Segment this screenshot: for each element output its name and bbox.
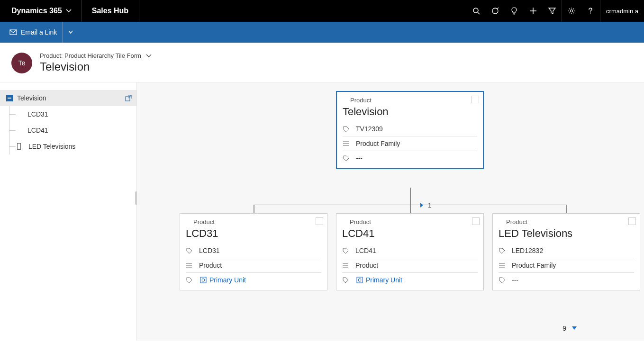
open-record[interactable] bbox=[124, 94, 133, 102]
tile-entity-label: Product bbox=[343, 97, 477, 104]
tile-type-field: Product Family bbox=[499, 258, 634, 273]
filter-button[interactable] bbox=[543, 0, 562, 22]
tile-select[interactable] bbox=[472, 217, 480, 225]
tile-code-value: TV12309 bbox=[356, 125, 477, 133]
lookup-icon bbox=[355, 277, 364, 283]
command-bar: Email a Link bbox=[0, 22, 644, 43]
list-icon bbox=[342, 262, 355, 269]
email-link-button[interactable]: Email a Link bbox=[6, 22, 61, 43]
tile-title: LCD41 bbox=[342, 227, 478, 240]
tile-entity-label: Product bbox=[342, 218, 478, 226]
svg-point-21 bbox=[358, 279, 361, 281]
tile-unit-field: Primary Unit bbox=[186, 273, 321, 287]
lightbulb-icon bbox=[510, 7, 518, 15]
search-button[interactable] bbox=[467, 0, 486, 22]
level-page-number: 1 bbox=[428, 201, 432, 209]
tree-expand[interactable] bbox=[17, 143, 25, 150]
list-icon bbox=[343, 140, 356, 147]
tile-unit-value: --- bbox=[356, 154, 477, 162]
email-link-split[interactable] bbox=[63, 22, 78, 43]
tree-collapse[interactable] bbox=[6, 94, 13, 102]
tile-title: LCD31 bbox=[186, 227, 321, 240]
tile-code-value: LCD41 bbox=[355, 247, 478, 254]
page-header: Te Product: Product Hierarchy Tile Form … bbox=[0, 43, 644, 82]
top-nav: Dynamics 365 Sales Hub crm bbox=[0, 0, 644, 22]
tree-item-lcd31[interactable]: LCD31 bbox=[0, 106, 136, 122]
tag-icon bbox=[499, 247, 512, 254]
connector bbox=[410, 205, 411, 213]
svg-rect-20 bbox=[357, 277, 363, 283]
svg-point-0 bbox=[473, 8, 478, 13]
tile-led-televisions[interactable]: Product LED Televisions LED12832 Product… bbox=[492, 213, 640, 290]
arrow-down-icon bbox=[571, 325, 578, 331]
gear-icon bbox=[568, 7, 575, 15]
tile-unit-value[interactable]: Primary Unit bbox=[366, 276, 478, 284]
tree-item-label: LCD41 bbox=[17, 126, 136, 134]
tile-unit-field: --- bbox=[499, 273, 634, 287]
tile-select[interactable] bbox=[472, 96, 479, 103]
tree-item-led-televisions[interactable]: LED Televisions bbox=[0, 138, 136, 154]
assistant-button[interactable] bbox=[505, 0, 524, 22]
tile-entity-label: Product bbox=[186, 218, 321, 226]
body: Television LCD31 LCD41 LED Televisions P… bbox=[0, 82, 644, 341]
top-nav-left: Dynamics 365 Sales Hub bbox=[0, 0, 139, 22]
tile-entity-label: Product bbox=[499, 218, 634, 226]
mail-icon bbox=[9, 29, 17, 36]
tile-code-field: LCD41 bbox=[342, 244, 478, 258]
tree-panel: Television LCD31 LCD41 LED Televisions bbox=[0, 82, 137, 341]
tag-icon bbox=[186, 277, 199, 283]
app-switcher[interactable]: Dynamics 365 bbox=[0, 0, 82, 22]
tree-item-lcd41[interactable]: LCD41 bbox=[0, 122, 136, 138]
tile-title: LED Televisions bbox=[499, 227, 634, 240]
task-button[interactable] bbox=[486, 0, 505, 22]
tile-type-field: Product bbox=[342, 258, 478, 273]
user-menu[interactable]: crmadmin a bbox=[600, 0, 644, 22]
target-icon bbox=[491, 7, 499, 15]
tile-select[interactable] bbox=[628, 217, 636, 225]
breadcrumb-label: Product: Product Hierarchy Tile Form bbox=[40, 52, 141, 59]
chevron-down-icon bbox=[66, 8, 72, 14]
tile-television[interactable]: Product Television TV12309 Product Famil… bbox=[336, 91, 484, 169]
bottom-page-number: 9 bbox=[562, 325, 566, 332]
svg-rect-15 bbox=[200, 277, 206, 283]
chevron-down-icon bbox=[146, 53, 152, 59]
brand-label: Dynamics 365 bbox=[11, 7, 62, 15]
top-nav-right: crmadmin a bbox=[467, 0, 644, 22]
tree-children: LCD31 LCD41 LED Televisions bbox=[0, 106, 136, 154]
minus-icon bbox=[6, 95, 13, 101]
avatar-initials: Te bbox=[18, 59, 26, 67]
settings-button[interactable] bbox=[562, 0, 581, 22]
tree-item-television[interactable]: Television bbox=[0, 90, 136, 106]
tile-code-field: LCD31 bbox=[186, 244, 321, 258]
tile-lcd31[interactable]: Product LCD31 LCD31 Product Primary Unit bbox=[180, 213, 327, 290]
bottom-pager[interactable]: 9 bbox=[562, 325, 578, 332]
connector bbox=[566, 205, 567, 213]
tile-unit-value[interactable]: Primary Unit bbox=[209, 276, 321, 284]
svg-line-1 bbox=[478, 12, 480, 14]
email-link-label: Email a Link bbox=[21, 28, 57, 36]
tile-code-value: LED12832 bbox=[512, 247, 634, 254]
tree-item-label: Television bbox=[17, 94, 124, 102]
hub-title[interactable]: Sales Hub bbox=[82, 0, 139, 22]
svg-line-3 bbox=[497, 8, 499, 9]
list-icon bbox=[186, 262, 199, 269]
tile-select[interactable] bbox=[316, 217, 323, 225]
hierarchy-canvas[interactable]: Product Television TV12309 Product Famil… bbox=[137, 82, 644, 341]
tile-unit-field: --- bbox=[343, 151, 477, 165]
page-title: Television bbox=[40, 60, 152, 73]
popout-icon bbox=[125, 95, 132, 101]
level-pager[interactable]: 1 bbox=[419, 201, 432, 209]
help-button[interactable] bbox=[581, 0, 600, 22]
tree-item-label: LED Televisions bbox=[28, 143, 136, 150]
tile-lcd41[interactable]: Product LCD41 LCD41 Product Primary Unit bbox=[336, 213, 484, 290]
tag-icon bbox=[342, 277, 355, 283]
tile-type-value: Product bbox=[199, 262, 321, 269]
tag-icon bbox=[186, 247, 199, 254]
tag-icon bbox=[343, 155, 356, 162]
tile-type-value: Product Family bbox=[512, 262, 634, 269]
add-button[interactable] bbox=[524, 0, 543, 22]
svg-point-16 bbox=[202, 279, 205, 281]
form-selector[interactable]: Product: Product Hierarchy Tile Form bbox=[40, 52, 152, 59]
tag-icon bbox=[343, 126, 356, 132]
hub-label: Sales Hub bbox=[92, 7, 128, 15]
